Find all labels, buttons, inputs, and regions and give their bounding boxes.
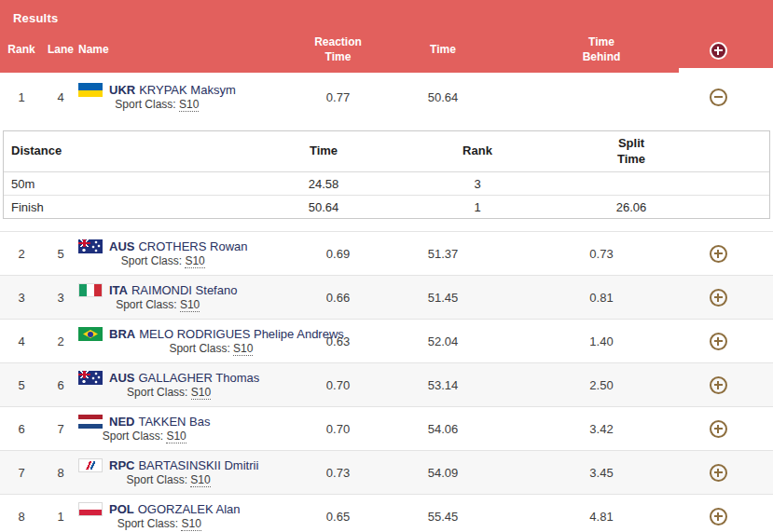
rank-value: 6	[0, 422, 43, 436]
collapse-splits-minus-circle-icon[interactable]	[710, 89, 727, 106]
splits-header-time: Time	[235, 143, 412, 158]
athlete-name: BARTASINSKII Dmitrii	[138, 458, 258, 472]
reaction-time-value: 0.69	[280, 247, 396, 261]
time-behind-value: 3.45	[508, 466, 695, 480]
splits-header-distance: Distance	[4, 143, 235, 158]
time-behind-value: 3.42	[508, 422, 695, 436]
country-flag	[78, 327, 103, 341]
reaction-time-value: 0.73	[280, 466, 396, 480]
splits-header-split-time: Split Time	[543, 136, 720, 167]
expand-all-plus-circle-icon[interactable]	[710, 42, 727, 60]
country-flag	[78, 458, 103, 472]
athlete-name: TAKKEN Bas	[138, 415, 210, 429]
athlete-name: KRYPAK Maksym	[139, 83, 236, 97]
noc-code: NED	[109, 415, 134, 429]
expand-splits-plus-circle-icon[interactable]	[710, 245, 727, 263]
lane-value: 1	[43, 510, 78, 524]
lane-value: 7	[43, 422, 78, 436]
rank-value: 5	[0, 378, 43, 392]
expand-splits-plus-circle-icon[interactable]	[710, 376, 727, 394]
sport-class-abbr[interactable]: S10	[185, 254, 204, 268]
expand-splits-plus-circle-icon[interactable]	[710, 508, 727, 525]
split-rank-value: 3	[412, 177, 543, 191]
lane-value: 4	[43, 90, 78, 104]
lane-value: 6	[43, 378, 78, 392]
column-header-row: Rank Lane Name Reaction Time Time Time B…	[0, 28, 773, 73]
time-value: 50.64	[396, 90, 490, 104]
sport-class-line: Sport Class: S10	[78, 430, 211, 443]
split-split-time-value: 26.06	[543, 200, 720, 214]
column-header-time: Time	[396, 43, 490, 58]
athlete-block: AUS GALLAGHER Thomas Sport Class: S10	[78, 371, 259, 399]
rank-value: 1	[0, 90, 43, 104]
table-row: 1 4 UKR KRYPAK Maksym Sport Class: S10 0…	[0, 73, 773, 121]
sport-class-abbr[interactable]: S10	[180, 298, 200, 312]
sport-class-line: Sport Class: S10	[78, 254, 247, 267]
table-row: 7 8 RPC BARTASINSKII Dmitrii Sport Class…	[0, 450, 773, 494]
sport-class-line: Sport Class: S10	[78, 298, 237, 311]
sport-class-abbr[interactable]: S10	[166, 430, 186, 443]
time-behind-value: 1.40	[508, 334, 695, 348]
time-value: 52.04	[396, 334, 490, 348]
lane-value: 5	[43, 247, 78, 261]
sport-class-line: Sport Class: S10	[78, 473, 258, 486]
splits-row: Finish 50.64 1 26.06	[4, 195, 769, 218]
split-time-value: 24.58	[235, 177, 412, 191]
expand-splits-plus-circle-icon[interactable]	[710, 333, 727, 350]
table-row: 2 5 AUS CROTHERS Rowan Sport Class: S10 …	[0, 231, 773, 275]
column-header-lane: Lane	[43, 43, 78, 58]
time-value: 51.45	[396, 291, 490, 305]
noc-code: BRA	[109, 327, 135, 341]
time-behind-value: 0.73	[508, 247, 695, 261]
reaction-time-value: 0.77	[280, 90, 396, 104]
table-row: 6 7 NED TAKKEN Bas Sport Class: S10 0.70…	[0, 406, 773, 450]
sport-class-line: Sport Class: S10	[78, 98, 236, 111]
sport-class-abbr[interactable]: S10	[181, 517, 200, 531]
results-page: Results Rank Lane Name Reaction Time Tim…	[0, 0, 773, 532]
time-value: 53.14	[396, 378, 490, 392]
time-value: 54.09	[396, 466, 490, 480]
noc-code: RPC	[109, 458, 134, 472]
rank-value: 7	[0, 466, 43, 480]
noc-code: AUS	[109, 239, 134, 253]
sport-class-line: Sport Class: S10	[78, 386, 259, 399]
sport-class-abbr[interactable]: S10	[191, 386, 211, 400]
time-value: 55.45	[396, 510, 490, 524]
reaction-time-value: 0.65	[280, 510, 396, 524]
sport-class-abbr[interactable]: S10	[233, 342, 253, 356]
split-time-value: 50.64	[235, 200, 412, 214]
athlete-name: GALLAGHER Thomas	[138, 371, 259, 385]
sport-class-abbr[interactable]: S10	[179, 98, 199, 112]
country-flag	[78, 415, 103, 429]
lane-value: 3	[43, 291, 78, 305]
time-value: 54.06	[396, 422, 490, 436]
splits-header-row: Distance Time Rank Split Time	[4, 131, 769, 172]
column-header-reaction-time: Reaction Time	[280, 35, 396, 64]
athlete-block: UKR KRYPAK Maksym Sport Class: S10	[78, 83, 236, 111]
sport-class-abbr[interactable]: S10	[190, 473, 210, 487]
split-distance: 50m	[4, 177, 235, 191]
rank-value: 8	[0, 510, 43, 524]
time-behind-value: 0.81	[508, 291, 695, 305]
header-notch	[679, 68, 773, 73]
results-title: Results	[13, 11, 58, 25]
country-flag	[78, 502, 103, 516]
column-header-time-behind: Time Behind	[508, 35, 695, 64]
results-header: Results Rank Lane Name Reaction Time Tim…	[0, 0, 773, 73]
expand-splits-plus-circle-icon[interactable]	[710, 420, 727, 438]
lane-value: 8	[43, 466, 78, 480]
noc-code: POL	[109, 502, 134, 516]
country-flag	[78, 83, 103, 97]
column-header-rank: Rank	[0, 43, 43, 58]
noc-code: AUS	[109, 371, 134, 385]
reaction-time-value: 0.70	[280, 378, 396, 392]
sport-class-line: Sport Class: S10	[78, 517, 241, 530]
noc-code: UKR	[109, 83, 135, 97]
expand-splits-plus-circle-icon[interactable]	[710, 464, 727, 482]
splits-panel: Distance Time Rank Split Time 50m 24.58 …	[3, 130, 770, 219]
country-flag	[78, 239, 103, 253]
table-row: 8 1 POL OGORZALEK Alan Sport Class: S10 …	[0, 494, 773, 532]
expand-splits-plus-circle-icon[interactable]	[710, 289, 727, 307]
athlete-block: NED TAKKEN Bas Sport Class: S10	[78, 415, 211, 443]
rank-value: 4	[0, 334, 43, 348]
